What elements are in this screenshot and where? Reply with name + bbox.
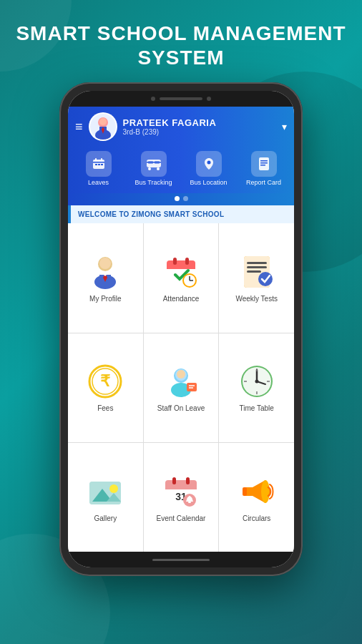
svg-rect-43: [247, 270, 261, 273]
user-dropdown-button[interactable]: ▾: [282, 121, 287, 132]
svg-rect-76: [188, 502, 191, 503]
staff-on-leave-icon: [162, 363, 200, 400]
time-table-icon: [238, 363, 275, 400]
svg-rect-72: [172, 477, 176, 484]
svg-rect-52: [187, 383, 197, 391]
phone-top-bar: [68, 91, 294, 107]
camera-dot: [151, 97, 155, 101]
menu-item-time-table[interactable]: Time Table: [219, 333, 294, 442]
phone-screen: ≡ PRATEEK FAGARIA 3rd-B (239): [68, 91, 294, 567]
svg-point-59: [255, 380, 258, 384]
menu-item-circulars[interactable]: Circulars: [219, 443, 294, 552]
bus-location-icon: [196, 151, 222, 177]
svg-rect-33: [173, 258, 177, 265]
svg-point-79: [261, 480, 270, 503]
attendance-icon: [162, 253, 200, 291]
menu-item-attendance[interactable]: Attendance: [144, 223, 219, 332]
phone-bottom-bar: [68, 552, 294, 567]
nav-item-bus-tracking[interactable]: Bus Tracking: [132, 151, 175, 186]
welcome-banner: WELCOME TO ZIMONG SMART SCHOOL: [68, 205, 294, 223]
user-info: PRATEEK FAGARIA 3rd-B (239): [123, 117, 276, 136]
svg-rect-17: [148, 161, 153, 164]
svg-point-68: [109, 484, 118, 493]
menu-label-gallery: Gallery: [94, 514, 117, 522]
svg-rect-22: [260, 162, 268, 164]
menu-grid: My Profile: [68, 223, 294, 552]
leaves-icon: [86, 151, 112, 177]
svg-rect-7: [95, 158, 97, 161]
home-indicator[interactable]: [152, 559, 210, 561]
svg-rect-8: [101, 158, 102, 161]
user-class: 3rd-B (239): [123, 128, 276, 136]
svg-rect-41: [247, 262, 267, 264]
svg-rect-32: [167, 266, 195, 269]
menu-item-fees[interactable]: ₹ Fees: [68, 333, 143, 442]
svg-rect-42: [247, 266, 267, 268]
nav-item-report-card[interactable]: Report Card: [243, 151, 285, 186]
gallery-icon: [87, 473, 124, 510]
svg-rect-34: [185, 258, 189, 265]
menu-label-weekly-tests: Weekly Tests: [235, 295, 278, 303]
svg-point-50: [177, 370, 185, 379]
menu-item-staff-on-leave[interactable]: Staff On Leave: [144, 333, 219, 442]
dot-1[interactable]: [175, 196, 180, 201]
event-calendar-icon: 31: [162, 473, 200, 510]
weekly-tests-icon: [238, 253, 275, 291]
menu-item-my-profile[interactable]: My Profile: [68, 223, 143, 332]
svg-rect-71: [165, 486, 197, 489]
page-title: SMART SCHOOL MANAGEMENTSYSTEM: [1, 21, 360, 69]
menu-item-weekly-tests[interactable]: Weekly Tests: [219, 223, 294, 332]
report-card-icon: [251, 151, 277, 177]
app-header: ≡ PRATEEK FAGARIA 3rd-B (239): [68, 107, 294, 147]
svg-rect-73: [186, 477, 190, 484]
quick-nav: Leaves Bus Tracking: [68, 147, 294, 193]
svg-point-19: [207, 161, 210, 165]
carousel-dots: [68, 193, 294, 205]
nav-label-report-card: Report Card: [246, 179, 281, 186]
svg-rect-23: [260, 165, 265, 166]
menu-item-event-calendar[interactable]: 31 Event Calendar: [144, 443, 219, 552]
nav-label-leaves: Leaves: [88, 179, 109, 186]
circulars-icon: [238, 473, 275, 510]
svg-rect-21: [260, 160, 268, 162]
nav-item-leaves[interactable]: Leaves: [77, 151, 120, 186]
svg-rect-78: [243, 487, 247, 496]
phone-frame: ≡ PRATEEK FAGARIA 3rd-B (239): [59, 82, 303, 576]
menu-label-my-profile: My Profile: [89, 295, 121, 303]
menu-label-fees: Fees: [97, 404, 113, 412]
dot-2[interactable]: [183, 196, 188, 201]
menu-label-circulars: Circulars: [243, 514, 270, 522]
avatar: [89, 112, 117, 141]
nav-label-bus-tracking: Bus Tracking: [134, 179, 172, 186]
svg-rect-9: [93, 162, 104, 163]
camera-dot-2: [207, 97, 211, 101]
svg-point-16: [157, 167, 160, 170]
menu-item-gallery[interactable]: Gallery: [68, 443, 143, 552]
nav-item-bus-location[interactable]: Bus Location: [187, 151, 230, 186]
svg-rect-11: [98, 164, 100, 165]
my-profile-icon: [87, 253, 124, 291]
svg-rect-12: [101, 164, 103, 165]
svg-rect-20: [259, 157, 269, 170]
svg-rect-10: [95, 164, 97, 165]
nav-label-bus-location: Bus Location: [190, 179, 227, 186]
menu-label-event-calendar: Event Calendar: [157, 514, 206, 522]
speaker-bar: [160, 97, 202, 100]
fees-icon: ₹: [87, 363, 124, 400]
user-name: PRATEEK FAGARIA: [123, 117, 276, 128]
svg-point-2: [99, 118, 107, 125]
bus-tracking-icon: [141, 151, 167, 177]
svg-text:₹: ₹: [100, 372, 111, 390]
svg-point-44: [258, 272, 273, 286]
hamburger-menu-button[interactable]: ≡: [75, 119, 83, 135]
svg-rect-18: [155, 161, 160, 164]
menu-label-time-table: Time Table: [239, 404, 273, 412]
menu-label-attendance: Attendance: [163, 295, 200, 303]
svg-point-25: [99, 258, 111, 269]
svg-point-15: [148, 167, 151, 170]
avatar-figure: [90, 114, 116, 140]
menu-label-staff-on-leave: Staff On Leave: [157, 404, 205, 412]
